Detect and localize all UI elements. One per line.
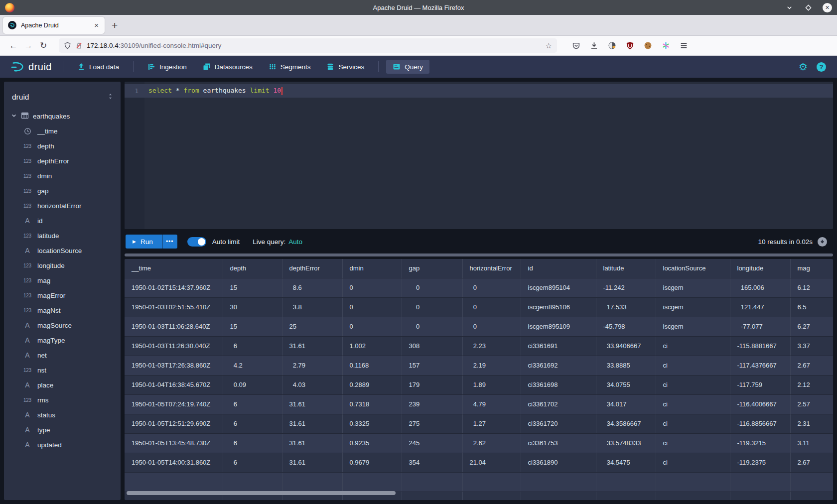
back-icon[interactable]: ← [6,39,21,53]
table-cell[interactable]: 3.37 [790,336,833,356]
table-cell[interactable]: 1950-01-04T16:38:45.670Z [125,375,223,394]
table-cell[interactable]: 2.31 [790,414,833,433]
table-cell[interactable]: 8.6 [282,278,342,297]
table-cell[interactable]: 239 [402,394,462,414]
run-button[interactable]: ▶ Run [126,235,162,249]
table-cell[interactable]: ci3361720 [521,414,596,433]
table-cell[interactable]: 2.12 [790,375,833,394]
table-cell[interactable]: 4.2 [223,356,282,375]
table-cell[interactable]: 165.006 [730,278,790,297]
table-cell[interactable]: 33.8885 [596,356,656,375]
table-cell[interactable]: 0 [402,278,462,297]
column-header-depth[interactable]: depth [223,259,282,278]
table-cell[interactable]: -11.242 [596,278,656,297]
sidebar-column-updated[interactable]: Aupdated [4,437,121,452]
table-cell[interactable]: 0 [462,278,521,297]
table-cell[interactable]: 33.9406667 [596,336,656,356]
sidebar-item-earthquakes[interactable]: earthquakes [4,109,121,124]
table-cell[interactable]: ci [656,433,730,453]
auto-limit-toggle[interactable] [187,237,206,247]
sidebar-column-rms[interactable]: 123rms [4,392,121,407]
column-header-longitude[interactable]: longitude [730,259,790,278]
table-cell[interactable]: iscgem [656,297,730,317]
table-cell[interactable]: 2.57 [790,394,833,414]
sidebar-column-locationSource[interactable]: AlocationSource [4,243,121,258]
table-cell[interactable]: 1.27 [462,414,521,433]
column-header-horizontalError[interactable]: horizontalError [462,259,521,278]
column-header-id[interactable]: id [521,259,596,278]
table-cell[interactable]: 0.2889 [342,375,402,394]
table-cell[interactable]: 0.09 [223,375,282,394]
sidebar-column-horizontalError[interactable]: 123horizontalError [4,198,121,213]
table-cell[interactable]: ci3361691 [521,336,596,356]
table-cell[interactable]: 2.23 [462,336,521,356]
table-cell[interactable]: 3.11 [790,433,833,453]
sidebar-column-magNst[interactable]: 123magNst [4,303,121,318]
table-cell[interactable]: 6.27 [790,317,833,336]
table-cell[interactable]: 4.79 [462,394,521,414]
sidebar-column-depth[interactable]: 123depth [4,138,121,153]
browser-tab[interactable]: Apache Druid × [3,17,105,34]
shield-icon[interactable] [64,42,71,49]
table-cell[interactable]: 121.447 [730,297,790,317]
table-cell[interactable]: 1950-01-03T02:51:55.410Z [125,297,223,317]
column-header-mag[interactable]: mag [790,259,833,278]
table-cell[interactable]: 1950-01-03T11:26:30.040Z [125,336,223,356]
table-cell[interactable]: 0.9679 [342,453,402,472]
sidebar-column-latitude[interactable]: 123latitude [4,228,121,243]
table-cell[interactable]: ci3361890 [521,453,596,472]
run-more-button[interactable]: ••• [162,235,177,249]
panel-resize-handle[interactable] [125,253,833,256]
table-cell[interactable]: 1.89 [462,375,521,394]
live-query-value[interactable]: Auto [288,238,302,246]
table-cell[interactable]: 34.017 [596,394,656,414]
table-cell[interactable]: 0 [402,297,462,317]
table-cell[interactable]: 1950-01-05T13:45:48.730Z [125,433,223,453]
table-cell[interactable]: 2.19 [462,356,521,375]
table-cell[interactable]: 1950-01-05T12:51:29.690Z [125,414,223,433]
table-cell[interactable]: 179 [402,375,462,394]
table-cell[interactable]: 15 [223,317,282,336]
table-cell[interactable]: 1950-01-03T11:06:28.640Z [125,317,223,336]
menu-icon[interactable] [679,41,689,51]
table-cell[interactable]: -119.2375 [730,453,790,472]
table-cell[interactable]: -117.4376667 [730,356,790,375]
column-header-locationSource[interactable]: locationSource [656,259,730,278]
table-cell[interactable]: 6.12 [790,278,833,297]
table-cell[interactable]: iscgem [656,278,730,297]
table-cell[interactable]: 6 [223,453,282,472]
table-cell[interactable]: 31.61 [282,453,342,472]
pocket-icon[interactable] [571,41,581,51]
sidebar-column-dmin[interactable]: 123dmin [4,168,121,183]
table-cell[interactable]: 33.5748333 [596,433,656,453]
table-cell[interactable]: iscgem895106 [521,297,596,317]
table-cell[interactable]: 17.533 [596,297,656,317]
table-cell[interactable]: -116.4006667 [730,394,790,414]
table-cell[interactable]: 1950-01-05T07:24:19.740Z [125,394,223,414]
table-cell[interactable]: 2.67 [790,453,833,472]
column-header-gap[interactable]: gap [402,259,462,278]
horizontal-scrollbar-thumb[interactable] [127,491,396,495]
table-cell[interactable]: 3.8 [282,297,342,317]
table-cell[interactable]: -77.077 [730,317,790,336]
lock-slash-icon[interactable] [75,42,83,49]
table-cell[interactable]: 2.79 [282,356,342,375]
table-cell[interactable]: 245 [402,433,462,453]
sql-query-text[interactable]: select * from earthquakes limit 10 [144,87,282,95]
sql-editor[interactable]: 1 select * from earthquakes limit 10 [125,82,833,229]
table-cell[interactable]: 0.9235 [342,433,402,453]
table-cell[interactable]: 6.5 [790,297,833,317]
table-cell[interactable]: 30 [223,297,282,317]
tab-close-icon[interactable]: × [93,21,100,29]
table-cell[interactable]: ci [656,394,730,414]
table-cell[interactable]: 6 [223,394,282,414]
table-cell[interactable]: 31.61 [282,394,342,414]
cookie-icon[interactable] [643,41,653,51]
table-cell[interactable]: 0 [462,297,521,317]
column-header-depthError[interactable]: depthError [282,259,342,278]
new-tab-button[interactable]: + [112,19,118,31]
url-bar[interactable]: 172.18.0.4:30109/unified-console.html#qu… [59,38,557,53]
table-cell[interactable]: 15 [223,278,282,297]
account-icon[interactable] [607,41,617,51]
table-cell[interactable]: ci3361702 [521,394,596,414]
